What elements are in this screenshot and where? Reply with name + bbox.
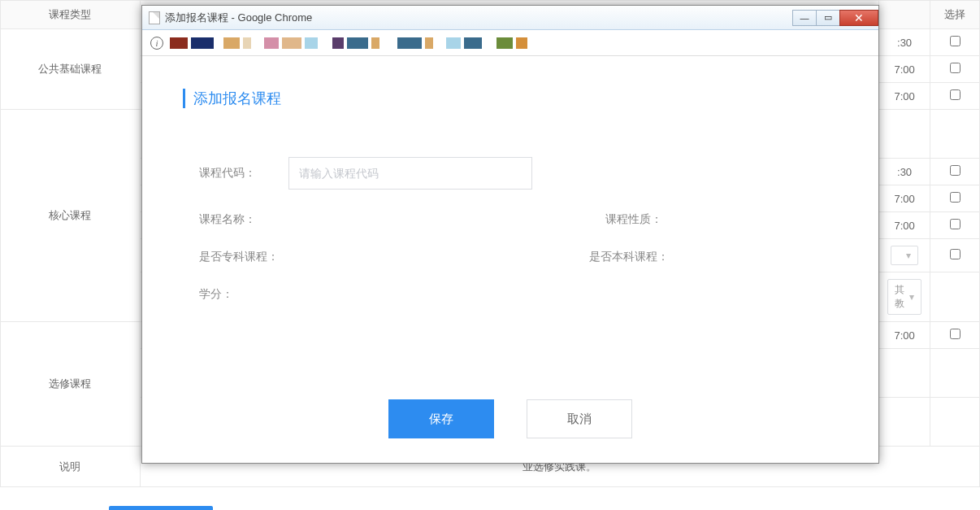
header-time — [878, 1, 930, 29]
time-cell: 7:00 — [878, 83, 930, 110]
popup-body: 添加报名课程 课程代码： 课程名称： 课程性质： 是否专科课程： — [142, 56, 878, 383]
select-checkbox[interactable] — [950, 249, 960, 259]
time-cell: :30 — [878, 29, 930, 56]
label-course-code: 课程代码： — [199, 166, 288, 181]
url-redacted — [170, 37, 527, 49]
category-elective: 选修课程 — [1, 322, 141, 447]
label-course-name: 课程名称： — [199, 212, 288, 227]
category-note: 说明 — [1, 447, 141, 487]
header-category: 课程类型 — [1, 1, 141, 29]
time-cell — [878, 349, 930, 398]
time-cell: 7:00 — [878, 322, 930, 349]
time-cell: 其教 — [878, 272, 930, 322]
add-enrollment-course-button[interactable]: 添加报名课程 — [109, 506, 213, 510]
add-course-popup: 添加报名课程 - Google Chrome — ▭ ✕ i — [141, 5, 879, 464]
form-area: 课程代码： 课程名称： 课程性质： 是否专科课程： 是否本科课程： — [183, 157, 838, 302]
address-bar[interactable]: i — [142, 30, 878, 56]
window-title: 添加报名课程 - Google Chrome — [165, 11, 792, 25]
minimize-button[interactable]: — — [792, 10, 817, 26]
maximize-button[interactable]: ▭ — [816, 10, 840, 26]
cancel-button[interactable]: 取消 — [527, 399, 632, 438]
select-checkbox[interactable] — [950, 89, 960, 100]
label-is-bachelor: 是否本科课程： — [589, 250, 695, 264]
label-is-junior: 是否专科课程： — [199, 250, 305, 264]
time-cell: 7:00 — [878, 56, 930, 83]
window-titlebar[interactable]: 添加报名课程 - Google Chrome — ▭ ✕ — [142, 6, 878, 30]
page-icon — [149, 11, 160, 24]
time-cell — [878, 398, 930, 447]
label-credit: 学分： — [199, 287, 288, 302]
info-icon[interactable]: i — [150, 37, 163, 50]
select-checkbox[interactable] — [950, 165, 960, 176]
bottom-bar: 已选择课程列表 添加报名课程 — [0, 502, 980, 510]
select-checkbox[interactable] — [950, 36, 960, 46]
category-public-basic: 公共基础课程 — [1, 29, 141, 110]
course-code-input[interactable] — [288, 157, 532, 190]
label-course-nature: 课程性质： — [605, 212, 695, 227]
time-cell — [878, 110, 930, 159]
section-title: 添加报名课程 — [183, 89, 838, 108]
dropdown-other[interactable]: 其教 — [887, 279, 922, 315]
category-core: 核心课程 — [1, 110, 141, 322]
time-cell: :30 — [878, 159, 930, 185]
time-cell: 7:00 — [878, 185, 930, 212]
save-button[interactable]: 保存 — [388, 399, 494, 438]
select-checkbox[interactable] — [950, 219, 960, 229]
window-controls: — ▭ ✕ — [792, 10, 878, 26]
select-checkbox[interactable] — [950, 192, 960, 203]
select-checkbox[interactable] — [950, 63, 960, 73]
popup-actions: 保存 取消 — [142, 383, 878, 463]
select-checkbox[interactable] — [950, 329, 960, 339]
header-select: 选择 — [930, 1, 980, 29]
close-button[interactable]: ✕ — [839, 10, 878, 26]
